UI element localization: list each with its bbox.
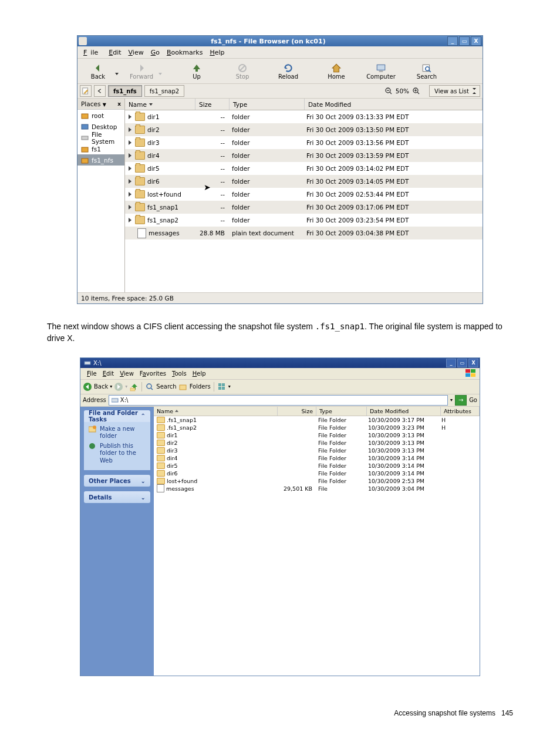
sidebar-item-fs1-nfs[interactable]: fs1_nfs bbox=[77, 154, 124, 166]
expand-arrow-icon[interactable] bbox=[129, 140, 131, 145]
file-row[interactable]: fs1_snap1--folderFri 30 Oct 2009 03:17:0… bbox=[125, 201, 483, 214]
computer-button[interactable]: Computer bbox=[364, 63, 398, 80]
column-header-date-modified[interactable]: Date Modified bbox=[367, 407, 441, 416]
file-row[interactable]: dir1File Folder10/30/2009 3:13 PM bbox=[154, 431, 480, 439]
file-row[interactable]: dir6File Folder10/30/2009 3:14 PM bbox=[154, 470, 480, 477]
expand-arrow-icon[interactable] bbox=[129, 205, 131, 210]
task-make-new-folder[interactable]: Make a new folder bbox=[89, 424, 146, 441]
back-dropdown-icon[interactable]: ▾ bbox=[110, 384, 112, 389]
menu-file[interactable]: File bbox=[84, 370, 100, 377]
breadcrumb-fs1-snap2[interactable]: fs1_snap2 bbox=[144, 85, 184, 97]
expand-arrow-icon[interactable] bbox=[129, 179, 131, 184]
menu-edit[interactable]: Edit bbox=[100, 370, 117, 377]
menu-edit[interactable]: Edit bbox=[105, 49, 124, 56]
expand-arrow-icon[interactable] bbox=[129, 166, 131, 171]
go-button[interactable]: → bbox=[455, 395, 467, 406]
expand-arrow-icon[interactable] bbox=[129, 192, 131, 197]
panel-header[interactable]: Details ⌄ bbox=[84, 491, 150, 503]
file-row[interactable]: dir3--folderFri 30 Oct 2009 03:13:56 PM … bbox=[125, 136, 483, 149]
file-row[interactable]: dir5--folderFri 30 Oct 2009 03:14:02 PM … bbox=[125, 162, 483, 175]
column-header-size[interactable]: Size bbox=[278, 407, 316, 416]
column-header-name[interactable]: Name bbox=[154, 407, 278, 416]
sidebar-item-file-system[interactable]: File System bbox=[77, 132, 124, 143]
column-header-attributes[interactable]: Attributes bbox=[441, 407, 480, 416]
panel-header[interactable]: Other Places ⌄ bbox=[84, 475, 150, 487]
address-dropdown-icon[interactable]: ▾ bbox=[450, 397, 453, 403]
minimize-button[interactable]: _ bbox=[446, 359, 456, 367]
up-button[interactable]: Up bbox=[180, 63, 214, 80]
column-header-date-modified[interactable]: Date Modified bbox=[305, 99, 483, 110]
close-button[interactable]: X bbox=[468, 359, 478, 367]
maximize-button[interactable]: ▭ bbox=[459, 36, 470, 46]
menu-view[interactable]: View bbox=[125, 49, 147, 56]
file-row[interactable]: dir3File Folder10/30/2009 3:13 PM bbox=[154, 447, 480, 454]
close-button[interactable]: X bbox=[471, 36, 481, 46]
file-row[interactable]: dir2--folderFri 30 Oct 2009 03:13:50 PM … bbox=[125, 123, 483, 136]
file-row[interactable]: .fs1_snap1File Folder10/30/2009 3:17 PMH bbox=[154, 416, 480, 424]
menu-tools[interactable]: Tools bbox=[169, 370, 190, 377]
back-icon[interactable] bbox=[83, 382, 92, 391]
expand-arrow-icon[interactable] bbox=[129, 218, 131, 222]
file-row[interactable]: dir2File Folder10/30/2009 3:13 PM bbox=[154, 439, 480, 447]
file-row[interactable]: lost+found--folderFri 30 Oct 2009 02:53:… bbox=[125, 188, 483, 201]
close-sidebar-button[interactable]: x bbox=[117, 101, 121, 107]
menu-view[interactable]: View bbox=[117, 370, 137, 377]
zoom-in-button[interactable] bbox=[411, 86, 421, 96]
file-row[interactable]: dir1--folderFri 30 Oct 2009 03:13:33 PM … bbox=[125, 110, 483, 123]
address-input[interactable]: X:\ bbox=[109, 395, 448, 406]
minimize-button[interactable]: _ bbox=[447, 36, 458, 46]
task-publish-folder[interactable]: Publish this folder to the Web bbox=[89, 441, 146, 466]
expand-icon[interactable]: ⌄ bbox=[141, 494, 146, 501]
back-dropdown-icon[interactable] bbox=[115, 73, 119, 75]
expand-arrow-icon[interactable] bbox=[129, 114, 131, 119]
folders-icon[interactable] bbox=[178, 382, 188, 391]
menu-help[interactable]: Help bbox=[190, 370, 209, 377]
sidebar-item-root[interactable]: root bbox=[77, 110, 124, 121]
titlebar[interactable]: fs1_nfs - File Browser (on kc01) _ ▭ X bbox=[77, 36, 483, 46]
location-scroll-left-button[interactable] bbox=[94, 85, 106, 97]
breadcrumb-fs1-nfs[interactable]: fs1_nfs bbox=[108, 85, 142, 97]
file-row[interactable]: messages29,501 KBFile10/30/2009 3:04 PM bbox=[154, 485, 480, 492]
search-icon[interactable] bbox=[145, 382, 154, 391]
back-button[interactable]: Back bbox=[81, 63, 115, 80]
menu-help[interactable]: Help bbox=[206, 49, 228, 56]
menu-go[interactable]: Go bbox=[147, 49, 163, 56]
collapse-icon[interactable]: ⌃ bbox=[141, 413, 146, 419]
view-mode-combo[interactable]: View as List bbox=[429, 85, 480, 97]
menu-bookmarks[interactable]: Bookmarks bbox=[163, 49, 206, 56]
edit-location-button[interactable] bbox=[80, 85, 92, 97]
panel-header[interactable]: File and Folder Tasks ⌃ bbox=[84, 410, 150, 422]
expand-icon[interactable]: ⌄ bbox=[141, 478, 146, 484]
file-row[interactable]: dir4File Folder10/30/2009 3:14 PM bbox=[154, 454, 480, 462]
sidebar-item-fs1[interactable]: fs1 bbox=[77, 143, 124, 154]
folders-label[interactable]: Folders bbox=[190, 383, 211, 390]
sidebar-header[interactable]: Places ▼ x bbox=[77, 99, 124, 110]
back-label[interactable]: Back bbox=[94, 383, 108, 390]
file-row[interactable]: dir5File Folder10/30/2009 3:14 PM bbox=[154, 462, 480, 470]
up-icon[interactable] bbox=[129, 382, 139, 391]
column-header-size[interactable]: Size bbox=[195, 99, 230, 110]
menu-file[interactable]: File bbox=[80, 49, 105, 56]
search-button[interactable]: Search bbox=[410, 63, 444, 80]
file-row[interactable]: lost+foundFile Folder10/30/2009 2:53 PM bbox=[154, 477, 480, 485]
home-button[interactable]: Home bbox=[319, 63, 353, 80]
expand-arrow-icon[interactable] bbox=[129, 153, 131, 158]
file-row[interactable]: dir4--folderFri 30 Oct 2009 03:13:59 PM … bbox=[125, 149, 483, 162]
file-row[interactable]: fs1_snap2--folderFri 30 Oct 2009 03:23:5… bbox=[125, 214, 483, 227]
titlebar[interactable]: X:\ _ ▭ X bbox=[80, 358, 480, 368]
go-label[interactable]: Go bbox=[469, 397, 477, 403]
menu-favorites[interactable]: Favorites bbox=[137, 370, 169, 377]
reload-button[interactable]: Reload bbox=[271, 63, 305, 80]
zoom-out-button[interactable] bbox=[384, 86, 393, 96]
file-row[interactable]: .fs1_snap2File Folder10/30/2009 3:23 PMH bbox=[154, 424, 480, 431]
maximize-button[interactable]: ▭ bbox=[457, 359, 467, 367]
file-row[interactable]: messages28.8 MBplain text documentFri 30… bbox=[125, 227, 483, 239]
views-dropdown-icon[interactable]: ▾ bbox=[228, 384, 231, 389]
column-header-type[interactable]: Type bbox=[230, 99, 305, 110]
views-button[interactable] bbox=[217, 382, 227, 391]
column-header-type[interactable]: Type bbox=[316, 407, 367, 416]
file-row[interactable]: dir6--folderFri 30 Oct 2009 03:14:05 PM … bbox=[125, 175, 483, 188]
expand-arrow-icon[interactable] bbox=[129, 127, 131, 132]
search-label[interactable]: Search bbox=[156, 383, 176, 390]
column-header-name[interactable]: Name bbox=[125, 99, 195, 110]
